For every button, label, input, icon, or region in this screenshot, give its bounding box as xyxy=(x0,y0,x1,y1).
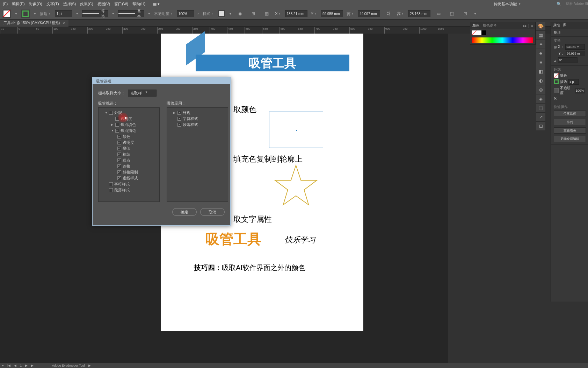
tree-item-transparency[interactable]: 透明度 xyxy=(101,116,157,122)
ref-point-icon[interactable]: ⊞ xyxy=(554,45,557,49)
swatches-icon[interactable]: ▦ xyxy=(536,31,545,40)
chevron-down-icon[interactable]: ▼ xyxy=(76,12,79,15)
chevron-down-icon[interactable]: > xyxy=(198,12,199,15)
tree-item-focal-stroke[interactable]: ▼焦点描边 xyxy=(101,128,157,134)
tree-item-char2[interactable]: 字符样式 xyxy=(169,116,226,122)
tab-color[interactable]: 颜色 xyxy=(472,23,479,28)
tree-item-dash[interactable]: 虚线样式 xyxy=(101,175,157,181)
tree-item-join[interactable]: 连接 xyxy=(101,163,157,169)
chevron-down-icon[interactable]: ▼ xyxy=(15,12,17,15)
opacity-field[interactable] xyxy=(575,88,585,93)
collapse-icon[interactable]: ▸▸ │ ≡ xyxy=(523,24,533,28)
zoom-chevron[interactable]: ▾ xyxy=(2,364,4,367)
fill-swatch-small[interactable] xyxy=(554,73,559,78)
menu-select[interactable]: 选择(S) xyxy=(63,1,76,7)
fx-label[interactable]: fx. xyxy=(554,97,558,100)
sample-size-dropdown[interactable]: 点取样 ▼ xyxy=(128,90,157,97)
appearance-icon[interactable]: ◎ xyxy=(536,85,545,94)
chevron-down-icon[interactable]: ▼ xyxy=(34,12,36,15)
menu-effect[interactable]: 效果(C) xyxy=(80,1,93,7)
align-icon[interactable]: ⊞ xyxy=(248,10,258,17)
chevron-down-icon[interactable]: ▼ xyxy=(112,12,115,15)
chevron-down-icon[interactable]: ▼ xyxy=(148,12,151,15)
shape-props-icon[interactable]: ▭ xyxy=(434,10,444,17)
h-input[interactable] xyxy=(408,10,430,17)
asset-export-icon[interactable]: ↗ xyxy=(536,113,545,122)
link-icon[interactable]: ⛓ xyxy=(384,10,393,17)
recolor-icon[interactable]: ◉ xyxy=(235,10,245,17)
recolor-button[interactable]: 重新着色 xyxy=(554,127,586,134)
stroke-swatch[interactable] xyxy=(21,9,30,18)
opacity-input[interactable] xyxy=(177,10,194,17)
y-field[interactable] xyxy=(566,51,585,56)
tree-item-para2[interactable]: 段落样式 xyxy=(169,122,226,128)
arrange-docs-icon[interactable]: ▦ ▾ xyxy=(153,2,160,6)
tree-item-miter[interactable]: 斜接限制 xyxy=(101,169,157,175)
spectrum-bar[interactable] xyxy=(472,37,533,43)
menu-view[interactable]: 视图(V) xyxy=(97,1,110,7)
document-tab[interactable]: 工具.ai* @ 150% (CMYK/GPU 预览) × xyxy=(0,20,68,27)
graphic-style-swatch[interactable] xyxy=(218,10,225,17)
transform-icon[interactable]: ▦ xyxy=(262,10,271,17)
edit-icon[interactable]: ⊡ xyxy=(460,10,470,17)
search-placeholder[interactable]: 搜索 Adobe St xyxy=(566,1,588,6)
color-icon[interactable]: 🎨 xyxy=(536,22,545,31)
nav-last-icon[interactable]: ▶| xyxy=(31,364,34,367)
y-input[interactable] xyxy=(321,10,343,17)
expand-icon[interactable]: ▶ xyxy=(88,364,91,367)
chevron-down-icon[interactable]: ▼ xyxy=(474,12,477,15)
menu-file[interactable]: (F) xyxy=(3,2,8,6)
isolate-icon[interactable]: ⬚ xyxy=(447,10,457,17)
transparency-icon[interactable]: ◐ xyxy=(536,76,545,85)
nav-next-icon[interactable]: ▶ xyxy=(25,364,28,367)
tab-color-guide[interactable]: 颜色参考 xyxy=(483,23,497,28)
tree-item-weight[interactable]: 粗细 xyxy=(101,151,157,157)
tree-item-focal-fill[interactable]: ▶焦点填色 xyxy=(101,122,157,128)
rotate-icon[interactable]: ⊿ xyxy=(554,58,557,62)
chevron-down-icon[interactable]: ▼ xyxy=(229,12,232,15)
stroke-icon[interactable]: ≡ xyxy=(536,58,545,67)
x-field[interactable] xyxy=(565,44,585,50)
fill-swatch[interactable] xyxy=(2,9,11,18)
selected-rectangle[interactable] xyxy=(269,112,323,148)
close-icon[interactable]: × xyxy=(63,21,65,25)
global-edit-button[interactable]: 启动全局编辑 xyxy=(554,136,586,142)
menu-window[interactable]: 窗口(W) xyxy=(114,1,128,7)
offset-path-button[interactable]: 位移路径 xyxy=(554,111,586,117)
tab-properties[interactable]: 属性 xyxy=(553,23,560,28)
tab-libraries[interactable]: 库 xyxy=(563,23,566,28)
stroke-weight-input[interactable] xyxy=(55,10,72,17)
x-input[interactable] xyxy=(285,10,307,17)
stroke-profile-dropdown[interactable]: 等比 xyxy=(82,10,108,17)
black-swatch[interactable] xyxy=(481,30,486,35)
menu-type[interactable]: 文字(T) xyxy=(46,1,59,7)
stroke-field[interactable] xyxy=(568,79,579,85)
nav-first-icon[interactable]: |◀ xyxy=(7,364,10,367)
brush-dropdown[interactable]: 基本 xyxy=(118,10,144,17)
search-icon[interactable]: 🔍 xyxy=(557,2,561,6)
tree-item-para[interactable]: 段落样式 xyxy=(101,187,157,193)
rotate-field[interactable] xyxy=(558,57,578,63)
none-swatch[interactable] xyxy=(472,30,477,35)
menu-object[interactable]: 对象(O) xyxy=(29,1,42,7)
opacity-swatch-small[interactable] xyxy=(554,88,559,93)
tree-item-color[interactable]: 颜色 xyxy=(101,134,157,140)
gradient-icon[interactable]: ◧ xyxy=(536,67,545,76)
symbols-icon[interactable]: ♣ xyxy=(536,49,545,58)
graphic-styles-icon[interactable]: ◈ xyxy=(536,94,545,104)
artboards-icon[interactable]: ⊡ xyxy=(536,122,545,131)
ok-button[interactable]: 确定 xyxy=(172,208,197,216)
cancel-button[interactable]: 取消 xyxy=(200,208,225,216)
nav-prev-icon[interactable]: ◀ xyxy=(14,364,16,367)
tree-item-transp2[interactable]: 透明度 xyxy=(101,140,157,146)
workspace-selector[interactable]: 传统基本功能 xyxy=(494,1,517,7)
stroke-swatch-small[interactable] xyxy=(554,79,559,84)
tree-item-appearance[interactable]: ▼外观 xyxy=(101,110,157,116)
menu-edit[interactable]: 编辑(E) xyxy=(12,1,25,7)
tree-item-appearance2[interactable]: ▶外观 xyxy=(169,110,226,116)
w-input[interactable] xyxy=(358,10,380,17)
arrange-button[interactable]: 排列 xyxy=(554,119,586,125)
tree-item-cap[interactable]: 端点 xyxy=(101,157,157,163)
tree-item-overprint[interactable]: 叠印 xyxy=(101,146,157,151)
white-swatch[interactable] xyxy=(477,30,481,35)
